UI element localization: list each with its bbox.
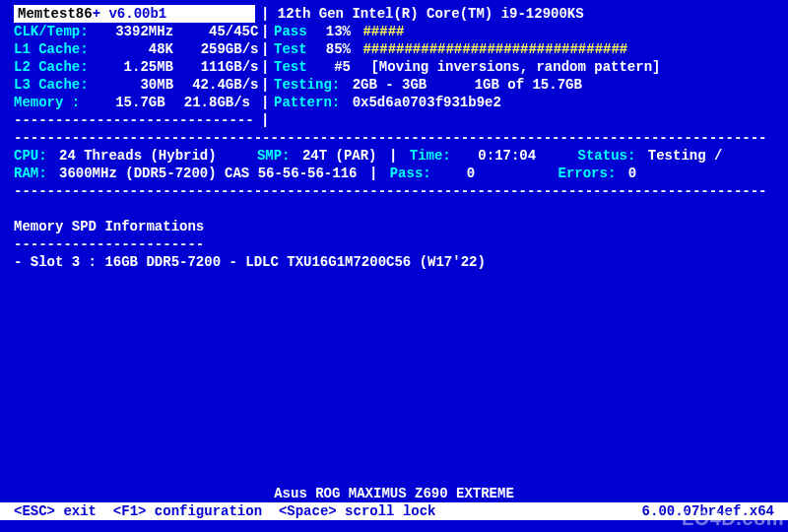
ram-val: 3600MHz (DDR5-7200) CAS 56-56-56-116 (59, 166, 357, 181)
l3-size: 30MB (97, 76, 173, 94)
testing-label: Testing: (274, 77, 340, 93)
space-key-hint[interactable]: <Space> scroll lock (279, 503, 436, 519)
pass-label: Pass (274, 24, 307, 39)
testing-amount: 1GB of 15.7GB (475, 77, 582, 93)
l3-speed: 42.4GB/s (181, 76, 258, 94)
spd-heading: Memory SPD Informations (14, 218, 486, 235)
passcount-val: 0 (439, 165, 475, 182)
testnum-label: Test (274, 59, 307, 75)
left-underline: ----------------------------------------… (14, 111, 256, 129)
status-block: CPU: 24 Threads (Hybrid) SMP: 24T (PAR) … (14, 147, 774, 182)
separator-2: ----------------------------------------… (14, 182, 774, 200)
pass-row: Pass 13% ##### (274, 23, 660, 40)
test-bar: ################################ (362, 41, 627, 57)
testnum-num: #5 (315, 58, 351, 76)
divider-pipes: ||| ||| (261, 23, 269, 129)
title-bar: Memtest86+ v6.00b1 (14, 5, 255, 23)
test-label: Test (274, 41, 307, 57)
cpu-status-label: CPU: (14, 148, 47, 164)
pass-bar: ##### (362, 24, 404, 39)
spd-underline: ----------------------- (14, 235, 486, 253)
errors-val: 0 (628, 166, 636, 181)
clk-freq: 3392MHz (97, 23, 173, 40)
l1-row: L1 Cache: 48K 259GB/s (14, 40, 256, 58)
spd-block: Memory SPD Informations ----------------… (14, 218, 486, 271)
pattern-val: 0x5d6a0703f931b9e2 (353, 95, 501, 110)
time-label: Time: (410, 148, 451, 164)
test-pct: 85% (315, 40, 351, 58)
separator-1: ----------------------------------------… (14, 129, 774, 147)
spd-slot3: - Slot 3 : 16GB DDR5-7200 - LDLC TXU16G1… (14, 253, 486, 271)
cpu-name-line: | 12th Gen Intel(R) Core(TM) i9-12900KS (261, 5, 584, 23)
footer-keys: <ESC> exit <F1> configuration <Space> sc… (14, 502, 436, 520)
ram-label: RAM: (14, 166, 47, 181)
testnum-desc: [Moving inversions, random pattern] (370, 59, 660, 75)
l2-row: L2 Cache: 1.25MB 111GB/s (14, 58, 256, 76)
status-val: Testing / (648, 148, 723, 164)
f1-key-hint[interactable]: <F1> configuration (113, 503, 262, 519)
clk-row: CLK/Temp: 3392MHz 45/45C (14, 23, 256, 40)
time-val: 0:17:04 (459, 147, 536, 165)
cpu-status-row: CPU: 24 Threads (Hybrid) SMP: 24T (PAR) … (14, 147, 774, 165)
build-version: 6.00.07br4ef.x64 (642, 502, 774, 520)
l1-speed: 259GB/s (181, 40, 258, 58)
memtest-screen: Memtest86+ v6.00b1 | 12th Gen Intel(R) C… (0, 0, 788, 532)
l2-size: 1.25MB (97, 58, 173, 76)
testing-range: 2GB - 3GB (353, 77, 427, 93)
l2-speed: 111GB/s (181, 58, 258, 76)
mem-row: Memory : 15.7GB 21.8GB/s (14, 94, 256, 111)
testnum-row: Test #5 [Moving inversions, random patte… (274, 58, 660, 76)
pattern-row: Pattern: 0x5d6a0703f931b9e2 (274, 94, 660, 111)
cpu-status-val: 24 Threads (Hybrid) (59, 148, 217, 164)
clk-temp: 45/45C (181, 23, 258, 40)
pattern-label: Pattern: (274, 95, 340, 110)
smp-val: 24T (PAR) (302, 148, 377, 164)
motherboard-name: Asus ROG MAXIMUS Z690 EXTREME (0, 485, 788, 502)
l2-label: L2 Cache: (14, 59, 89, 75)
esc-key-hint[interactable]: <ESC> exit (14, 503, 97, 519)
app-plus: + (93, 6, 100, 22)
smp-label: SMP: (257, 148, 291, 164)
left-column: CLK/Temp: 3392MHz 45/45C L1 Cache: 48K 2… (14, 23, 256, 129)
l3-label: L3 Cache: (14, 77, 89, 93)
l1-label: L1 Cache: (14, 41, 89, 57)
app-name: Memtest86 (18, 6, 93, 22)
right-column: Pass 13% ##### Test 85% ################… (274, 23, 660, 111)
ram-status-row: RAM: 3600MHz (DDR5-7200) CAS 56-56-56-11… (14, 165, 774, 182)
l1-size: 48K (97, 40, 173, 58)
test-row: Test 85% ###############################… (274, 40, 660, 58)
l3-row: L3 Cache: 30MB 42.4GB/s (14, 76, 256, 94)
mem-speed: 21.8GB/s (173, 94, 250, 111)
app-version: v6.00b1 (108, 6, 166, 22)
cpu-name: 12th Gen Intel(R) Core(TM) i9-12900KS (278, 6, 584, 22)
passcount-label: Pass: (390, 166, 431, 181)
mem-label: Memory : (14, 95, 80, 110)
mem-size: 15.7GB (89, 94, 165, 111)
status-label: Status: (578, 148, 636, 164)
pass-pct: 13% (315, 23, 351, 40)
testing-row: Testing: 2GB - 3GB 1GB of 15.7GB (274, 76, 660, 94)
clk-label: CLK/Temp: (14, 24, 89, 39)
errors-label: Errors: (558, 166, 617, 181)
pipe: | (261, 6, 269, 22)
